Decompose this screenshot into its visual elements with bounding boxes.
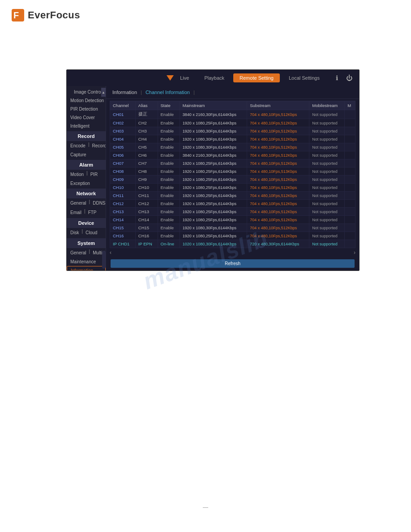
tab-information[interactable]: Information — [111, 89, 139, 96]
table-cell: On-line — [158, 240, 180, 248]
table-cell: CH16 — [135, 232, 158, 240]
nav-live[interactable]: Live — [174, 73, 195, 82]
table-cell: CH06 — [110, 151, 136, 159]
sidebar-item-capture[interactable]: Capture — [67, 150, 106, 159]
sidebar-item-ftp[interactable]: FTP — [86, 209, 98, 216]
table-cell: Not supported — [309, 208, 345, 216]
sidebar-item-information[interactable]: Information — [67, 266, 106, 270]
table-cell: 704 x 480,10Fps,512Kbps — [247, 232, 309, 240]
table-cell: CH05 — [110, 143, 136, 151]
table-row: CH04CH4Enable1920 x 1080,30Fps,6144Kbps7… — [110, 135, 355, 143]
table-cell: IP CHD1 — [110, 240, 136, 248]
nav-remote-setting[interactable]: Remote Setting — [233, 73, 280, 82]
table-row: CH13CH13Enable1920 x 1080,25Fps,6144Kbps… — [110, 208, 355, 216]
table-cell: 704 x 480,10Fps,512Kbps — [247, 184, 309, 192]
sidebar-item-general[interactable]: General — [68, 199, 88, 207]
sidebar-collapse-btn[interactable]: ▲ — [101, 88, 106, 97]
table-cell: Enable — [158, 119, 180, 127]
sidebar-top-row: Image Control | PTZ ▲ — [67, 86, 106, 96]
tab-channel-information[interactable]: Channel Information — [144, 89, 192, 96]
table-cell — [345, 127, 355, 135]
table-cell: CH14 — [135, 216, 158, 224]
sidebar-item-image-control[interactable]: Image Control — [70, 88, 106, 96]
table-cell: Not supported — [309, 224, 345, 232]
power-icon[interactable]: ⏻ — [345, 73, 354, 82]
tab-bar: Information | Channel Information | — [106, 86, 359, 99]
sidebar-item-exception[interactable]: Exception — [67, 179, 106, 188]
table-cell: 704 x 480,10Fps,512Kbps — [247, 192, 309, 200]
logo-text: EverFocus — [28, 9, 80, 21]
table-cell: Not supported — [309, 192, 345, 200]
sidebar-item-record[interactable]: Record — [90, 142, 106, 150]
table-cell: CH12 — [135, 200, 158, 208]
sidebar-section-system: System — [67, 238, 106, 248]
sidebar-item-intelligent[interactable]: Intelligent — [67, 122, 106, 130]
table-row: CH11CH11Enable1920 x 1080,25Fps,6144Kbps… — [110, 192, 355, 200]
svg-text:F: F — [13, 10, 19, 20]
table-cell: CH2 — [135, 119, 158, 127]
table-cell: 1920 x 1080,25Fps,6144Kbps — [180, 200, 247, 208]
sidebar-item-pir[interactable]: PIR — [89, 171, 100, 178]
table-cell — [345, 208, 355, 216]
table-cell: Enable — [158, 143, 180, 151]
table-cell — [345, 110, 355, 119]
table-cell: 1920 x 1080,30Fps,6144Kbps — [180, 224, 247, 232]
table-cell: Enable — [158, 135, 180, 143]
table-row: CH05CH5Enable1920 x 1080,30Fps,6144Kbps7… — [110, 143, 355, 151]
table-cell — [345, 143, 355, 151]
table-cell: Enable — [158, 167, 180, 176]
scroll-right-arrow[interactable]: › — [354, 249, 355, 256]
sidebar-item-system-general[interactable]: General — [68, 249, 88, 257]
sidebar-device-row: Disk | Cloud — [67, 228, 106, 237]
sidebar-item-pir-detection[interactable]: PIR Detection — [67, 105, 106, 113]
table-cell: CH12 — [110, 200, 136, 208]
sidebar-item-cloud[interactable]: Cloud — [84, 229, 99, 236]
sidebar-network-row1: General | DDNS — [67, 198, 106, 208]
table-row: CH03CH3Enable1920 x 1080,30Fps,6144Kbps7… — [110, 127, 355, 135]
table-cell: CH15 — [110, 224, 136, 232]
table-cell: 704 x 480,10Fps,512Kbps — [247, 135, 309, 143]
table-cell: 1020 x 1080,30Fps,6144Kbps — [180, 240, 247, 248]
table-cell: CH11 — [110, 192, 136, 200]
logo: F EverFocus — [11, 8, 400, 22]
sidebar-item-disk[interactable]: Disk — [68, 229, 81, 236]
sidebar-item-maintenance[interactable]: Maintenance — [67, 257, 106, 266]
sidebar-item-video-cover[interactable]: Video Cover — [67, 113, 106, 122]
info-icon[interactable]: ℹ — [332, 73, 341, 82]
table-cell — [345, 167, 355, 176]
nav-local-settings[interactable]: Local Settings — [283, 73, 326, 82]
table-cell: Not supported — [309, 232, 345, 240]
table-cell — [345, 200, 355, 208]
table-cell: 704 x 480,10Fps,512Kbps — [247, 119, 309, 127]
table-cell — [345, 184, 355, 192]
table-cell: CH9 — [135, 176, 158, 184]
table-cell: 704 x 480,10Fps,512Kbps — [247, 200, 309, 208]
table-cell: Not supported — [309, 119, 345, 127]
table-cell: CH07 — [110, 159, 136, 167]
table-row: CH15CH15Enable1920 x 1080,30Fps,6144Kbps… — [110, 224, 355, 232]
sidebar-item-motion[interactable]: Motion — [68, 171, 86, 178]
table-cell: Enable — [158, 200, 180, 208]
sidebar-item-encode[interactable]: Encode — [68, 142, 87, 150]
col-state: State — [158, 101, 180, 110]
sidebar-item-ddns[interactable]: DDNS — [91, 199, 106, 207]
ui-container: Live Playback Remote Setting Local Setti… — [66, 69, 360, 271]
table-cell: 704 x 480,10Fps,512Kbps — [247, 208, 309, 216]
scroll-left-arrow[interactable]: ‹ — [110, 249, 111, 256]
table-cell: CH14 — [110, 216, 136, 224]
table-cell: Not supported — [309, 240, 345, 248]
sidebar-scrollbar[interactable] — [102, 251, 106, 269]
sidebar-item-email[interactable]: Email — [68, 209, 83, 216]
table-cell: 摄正 — [135, 110, 158, 119]
table-row: CH09CH9Enable1920 x 1080,25Fps,6144Kbps7… — [110, 176, 355, 184]
table-cell — [345, 151, 355, 159]
refresh-button[interactable]: Refresh — [111, 259, 355, 268]
table-cell — [345, 216, 355, 224]
table-row: CH02CH2Enable1920 x 1080,25Fps,6144Kbps7… — [110, 119, 355, 127]
table-cell — [345, 135, 355, 143]
nav-playback[interactable]: Playback — [198, 73, 231, 82]
sidebar-item-motion-detection[interactable]: Motion Detection — [67, 96, 106, 105]
table-cell: CH04 — [110, 135, 136, 143]
sidebar-system-row1: General | Multi-User — [67, 248, 106, 257]
everfocus-logo-icon: F — [11, 8, 25, 22]
